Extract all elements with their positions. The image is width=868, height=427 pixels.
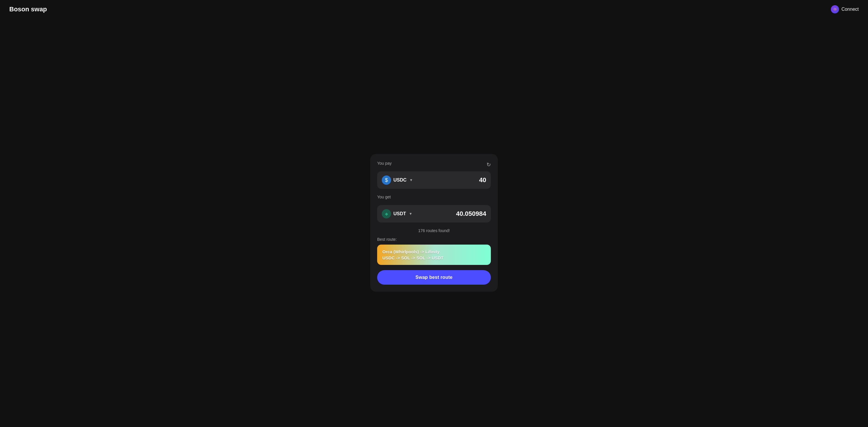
pay-token-selector[interactable]: $ USDC ▼ — [382, 175, 413, 185]
usdc-icon: $ — [382, 175, 391, 185]
app-title: Boson swap — [9, 5, 47, 13]
pay-token-amount: 40 — [479, 176, 486, 184]
main-content: You pay ↻ $ USDC ▼ 40 You get ◆ USDT ▼ 4… — [0, 19, 868, 427]
best-route-card[interactable]: Orca (Whirlpools) -> Lifinity USDC -> SO… — [377, 245, 491, 265]
best-route-line2: USDC -> SOL -> SOL -> USDT — [382, 255, 486, 260]
get-chevron-down-icon: ▼ — [409, 212, 412, 216]
get-token-selector[interactable]: ◆ USDT ▼ — [382, 209, 412, 219]
usdt-icon: ◆ — [382, 209, 391, 219]
wallet-avatar: 👾 — [831, 5, 839, 13]
pay-token-symbol: USDC — [393, 177, 406, 183]
header: Boson swap 👾 Connect — [0, 0, 868, 19]
connect-label: Connect — [841, 7, 859, 12]
best-route-line1: Orca (Whirlpools) -> Lifinity — [382, 249, 486, 254]
pay-section-header: You pay ↻ — [377, 161, 491, 169]
pay-label: You pay — [377, 161, 392, 166]
get-label: You get — [377, 195, 391, 199]
swap-card: You pay ↻ $ USDC ▼ 40 You get ◆ USDT ▼ 4… — [370, 154, 498, 292]
routes-found: 176 routes found! — [377, 228, 491, 233]
refresh-button[interactable]: ↻ — [487, 162, 491, 168]
get-token-row: ◆ USDT ▼ 40.050984 — [377, 205, 491, 223]
swap-best-route-button[interactable]: Swap best route — [377, 270, 491, 285]
get-token-amount: 40.050984 — [456, 210, 486, 218]
pay-token-row: $ USDC ▼ 40 — [377, 171, 491, 189]
pay-chevron-down-icon: ▼ — [409, 178, 413, 182]
get-token-symbol: USDT — [393, 211, 406, 217]
connect-button[interactable]: 👾 Connect — [831, 5, 859, 13]
get-section-header: You get — [377, 195, 491, 202]
best-route-label: Best route: — [377, 237, 491, 242]
